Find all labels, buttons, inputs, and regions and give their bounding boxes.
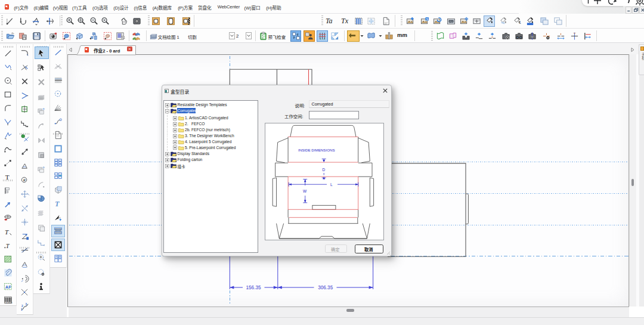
svg-text:0123456: 0123456 [5, 302, 13, 304]
svg-text:W: W [303, 189, 307, 193]
svg-text:R: R [22, 178, 25, 182]
svg-text:INSIDE DIMENSIONS: INSIDE DIMENSIONS [298, 147, 335, 151]
svg-text:306.35: 306.35 [318, 285, 333, 290]
svg-text:D: D [322, 168, 325, 172]
svg-text:T: T [55, 200, 60, 208]
svg-text:1: 1 [519, 20, 521, 24]
svg-text:AF: AF [5, 284, 11, 290]
svg-text:T: T [5, 228, 9, 236]
svg-text:3: 3 [25, 302, 27, 305]
svg-text:1: 1 [21, 308, 23, 311]
svg-text:T: T [6, 243, 10, 249]
svg-text:156.35: 156.35 [246, 285, 261, 290]
svg-text:L: L [330, 182, 333, 187]
svg-text:S: S [426, 17, 428, 20]
